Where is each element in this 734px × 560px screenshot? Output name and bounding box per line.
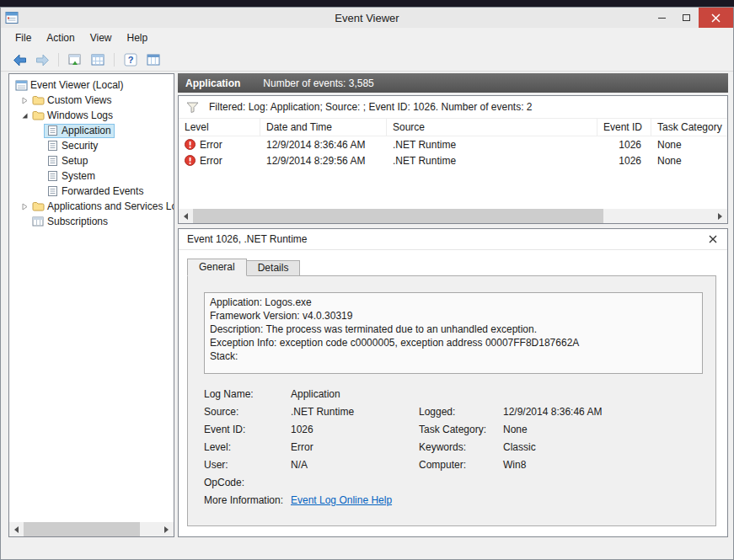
- console-tree-panel: Event Viewer (Local) Custom Views Window…: [8, 73, 174, 537]
- field-row: More Information: Event Log Online Help: [204, 494, 703, 512]
- event-log-icon: [46, 185, 59, 197]
- column-source[interactable]: Source: [387, 119, 597, 136]
- action-pane-button[interactable]: [144, 51, 163, 69]
- field-label-user: User:: [204, 459, 291, 471]
- description-line: Stack:: [210, 349, 697, 363]
- svg-text:?: ?: [128, 55, 134, 65]
- scrollbar-thumb[interactable]: [24, 522, 140, 536]
- tree-item-label: Event Viewer (Local): [30, 79, 124, 91]
- folder-icon: [31, 110, 45, 120]
- event-details-pane: Event 1026, .NET Runtime General Details…: [178, 228, 728, 537]
- menu-action[interactable]: Action: [39, 28, 82, 49]
- close-icon: [709, 235, 717, 243]
- column-level[interactable]: Level: [179, 119, 260, 136]
- tree-item-forwarded-events[interactable]: Forwarded Events: [9, 184, 174, 199]
- field-row: OpCode:: [204, 477, 703, 494]
- event-row[interactable]: Error 12/9/2014 8:36:46 AM .NET Runtime …: [179, 136, 727, 152]
- tab-general[interactable]: General: [187, 259, 247, 276]
- tree-item-event-viewer-local[interactable]: Event Viewer (Local): [9, 77, 174, 93]
- event-level: Error: [200, 155, 222, 167]
- back-arrow-icon: [13, 54, 27, 67]
- tree-item-label: Setup: [62, 155, 88, 167]
- column-date-and-time[interactable]: Date and Time: [260, 119, 387, 136]
- table-icon: [91, 54, 104, 66]
- field-value-source: .NET Runtime: [291, 406, 419, 418]
- tree-item-application[interactable]: Application: [9, 123, 174, 138]
- event-row[interactable]: Error 12/9/2014 8:29:56 AM .NET Runtime …: [179, 152, 727, 168]
- event-list: Filtered: Log: Application; Source: ; Ev…: [178, 95, 728, 224]
- expand-arrow-icon[interactable]: [19, 97, 29, 104]
- field-label-event-id: Event ID:: [204, 424, 291, 435]
- details-body: General Details Application: Logos.exe F…: [179, 250, 727, 536]
- tree-item-subscriptions[interactable]: Subscriptions: [9, 214, 174, 229]
- menu-help[interactable]: Help: [120, 28, 156, 49]
- scrollbar-thumb[interactable]: [193, 209, 603, 223]
- column-event-id[interactable]: Event ID: [597, 119, 651, 136]
- description-line: Description: The process was terminated …: [210, 323, 697, 336]
- menu-file[interactable]: File: [8, 28, 39, 49]
- field-label-more-information: More Information:: [204, 494, 291, 506]
- tree-item-custom-views[interactable]: Custom Views: [9, 93, 174, 108]
- details-title: Event 1026, .NET Runtime: [187, 233, 308, 245]
- folder-icon: [31, 95, 45, 105]
- event-log-icon: [46, 125, 59, 136]
- field-value-level: Error: [291, 441, 419, 453]
- console-window-button[interactable]: [66, 51, 84, 69]
- column-task-category[interactable]: Task Category: [651, 119, 727, 136]
- field-row: Log Name: Application: [204, 388, 703, 406]
- event-viewer-icon: [14, 80, 28, 91]
- folder-icon: [31, 201, 45, 211]
- tree-item-system[interactable]: System: [9, 168, 174, 184]
- back-button[interactable]: [10, 51, 29, 69]
- table-columns-icon: [147, 54, 160, 66]
- scroll-right-button[interactable]: [159, 522, 174, 536]
- event-log-icon: [46, 170, 59, 182]
- event-log-icon: [46, 140, 59, 152]
- event-list-button[interactable]: [88, 51, 107, 69]
- close-button[interactable]: [699, 8, 733, 28]
- field-label-task-category: Task Category:: [419, 424, 503, 435]
- expand-arrow-icon[interactable]: [19, 203, 29, 211]
- minimize-button[interactable]: [650, 8, 674, 28]
- field-label-keywords: Keywords:: [419, 441, 503, 453]
- field-row: Level: Error Keywords: Classic: [204, 441, 703, 459]
- list-horizontal-scrollbar[interactable]: [179, 209, 727, 223]
- event-log-online-help-link[interactable]: Event Log Online Help: [291, 494, 392, 506]
- description-line: Application: Logos.exe: [210, 296, 697, 309]
- field-row: Event ID: 1026 Task Category: None: [204, 424, 703, 441]
- tab-details[interactable]: Details: [247, 260, 301, 276]
- forward-button[interactable]: [33, 51, 51, 69]
- event-viewer-window: Event Viewer File Action View Help ?: [0, 7, 734, 560]
- filter-text: Filtered: Log: Application; Source: ; Ev…: [209, 101, 533, 113]
- window-title: Event Viewer: [1, 12, 733, 24]
- field-label-source: Source:: [204, 406, 291, 418]
- event-source: .NET Runtime: [387, 155, 597, 167]
- scroll-right-button[interactable]: [713, 209, 727, 223]
- event-description-box[interactable]: Application: Logos.exe Framework Version…: [204, 292, 703, 374]
- tree-item-label: Subscriptions: [47, 216, 108, 227]
- tree-item-setup[interactable]: Setup: [9, 153, 174, 168]
- close-details-button[interactable]: [707, 233, 719, 245]
- scroll-left-button[interactable]: [9, 522, 24, 536]
- menu-view[interactable]: View: [83, 28, 120, 49]
- tree-item-security[interactable]: Security: [9, 138, 174, 153]
- event-id: 1026: [597, 155, 651, 167]
- error-icon: [185, 139, 196, 150]
- tree-item-applications-and-services-logs[interactable]: Applications and Services Lo: [9, 199, 174, 214]
- help-button[interactable]: ?: [121, 51, 140, 69]
- close-icon: [711, 13, 721, 23]
- scrollbar-track[interactable]: [24, 522, 159, 536]
- tree-item-windows-logs[interactable]: Windows Logs: [9, 108, 174, 123]
- maximize-button[interactable]: [674, 8, 699, 28]
- field-label-logged: Logged:: [419, 406, 503, 418]
- forward-arrow-icon: [35, 54, 50, 67]
- tree-horizontal-scrollbar[interactable]: [9, 522, 174, 536]
- toolbar-separator: [114, 53, 115, 67]
- collapse-arrow-icon[interactable]: [19, 112, 29, 120]
- list-empty-area: [179, 168, 727, 209]
- description-line: Exception Info: exception code c0000005,…: [210, 336, 697, 349]
- scrollbar-track[interactable]: [193, 209, 713, 223]
- titlebar[interactable]: Event Viewer: [1, 8, 733, 28]
- field-value-event-id: 1026: [291, 424, 419, 435]
- scroll-left-button[interactable]: [179, 209, 193, 223]
